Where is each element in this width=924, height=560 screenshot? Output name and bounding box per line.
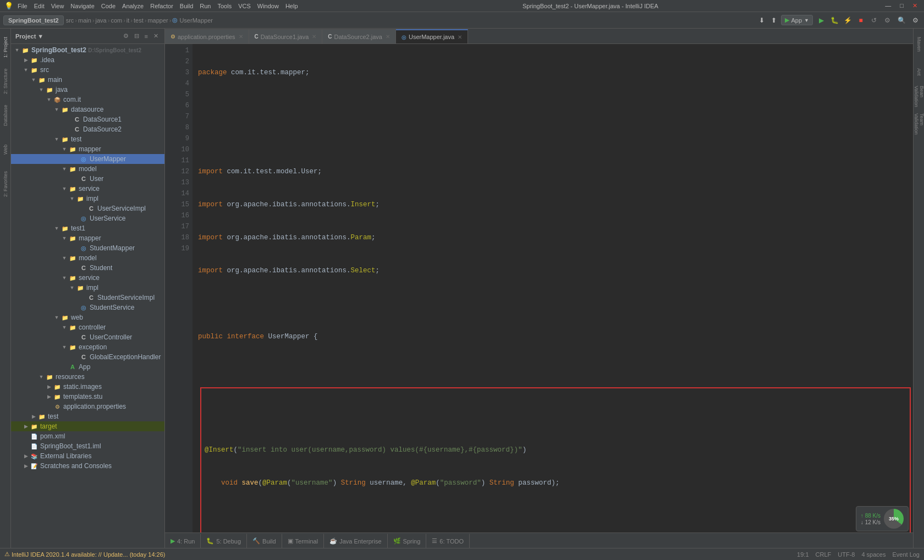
tree-idea[interactable]: ▶ 📁 .idea — [11, 55, 164, 65]
bc-src[interactable]: src — [66, 17, 74, 24]
tree-controller[interactable]: ▼ 📁 controller — [11, 322, 164, 332]
tree-impl1[interactable]: ▼ 📁 impl — [11, 283, 164, 293]
tree-comit[interactable]: ▼ 📦 com.it — [11, 95, 164, 105]
menu-file[interactable]: File — [18, 3, 28, 9]
menu-vcs[interactable]: VCS — [238, 3, 251, 9]
minimize-button[interactable]: — — [883, 2, 893, 9]
status-crlf[interactable]: CRLF — [816, 551, 832, 558]
tree-datasource2[interactable]: ▶ C DataSource2 — [11, 124, 164, 134]
tree-web[interactable]: ▼ 📁 web — [11, 312, 164, 322]
close-button[interactable]: ✕ — [910, 2, 920, 9]
tree-studentserviceimpl[interactable]: ▶ C StudentServiceImpl — [11, 293, 164, 303]
tree-userserviceimpl[interactable]: ▶ C UserServiceImpl — [11, 204, 164, 213]
tree-staticimages[interactable]: ▶ 📁 static.images — [11, 382, 164, 392]
bottom-tab-spring[interactable]: 🌿 Spring — [388, 534, 427, 548]
tree-model[interactable]: ▼ 📁 model — [11, 164, 164, 174]
sidebar-database-tab[interactable]: Database — [1, 99, 10, 132]
menu-refactor[interactable]: Refactor — [150, 3, 173, 9]
tree-pom[interactable]: ▶ 📄 pom.xml — [11, 431, 164, 441]
bottom-tab-javaee[interactable]: ☕ Java Enterprise — [324, 534, 387, 548]
menu-help[interactable]: Help — [285, 3, 298, 9]
bottom-tab-todo[interactable]: ☰ 6: TODO — [426, 534, 470, 548]
status-warning[interactable]: ⚠ IntelliJ IDEA 2020.1.4 available: // U… — [4, 551, 165, 558]
menu-bar[interactable]: File Edit View Navigate Code Analyze Ref… — [18, 3, 298, 9]
code-content[interactable]: package com.it.test.mapper; import com.i… — [193, 44, 913, 532]
tree-iml[interactable]: ▶ 📄 SpringBoot_test1.iml — [11, 441, 164, 451]
tree-usermapper[interactable]: ▶ ◎ UserMapper — [11, 154, 164, 164]
tree-service[interactable]: ▼ 📁 service — [11, 184, 164, 194]
window-controls[interactable]: — □ ✕ — [883, 2, 920, 9]
tree-appprops[interactable]: ▶ ⚙ application.properties — [11, 402, 164, 411]
tree-resources[interactable]: ▼ 📁 resources — [11, 372, 164, 382]
tree-exception[interactable]: ▼ 📁 exception — [11, 342, 164, 352]
coverage-button[interactable]: ⚡ — [842, 14, 854, 26]
menu-run[interactable]: Run — [200, 3, 211, 9]
panel-gear-icon[interactable]: ⚙ — [122, 32, 130, 40]
menu-window[interactable]: Window — [257, 3, 279, 9]
stop-button[interactable]: ■ — [855, 14, 867, 26]
tree-target[interactable]: ▶ 📁 target — [11, 421, 164, 431]
panel-settings-icon[interactable]: ≡ — [143, 32, 150, 40]
tree-mapper1[interactable]: ▼ 📁 mapper — [11, 233, 164, 243]
tree-templatesstu[interactable]: ▶ 📁 templates.stu — [11, 392, 164, 402]
tab-datasource2[interactable]: C DataSource2.java ✕ — [322, 29, 396, 43]
code-editor[interactable]: 1 2 3 4 5 6 7 8 9 10 11 12 13 14 15 16 1… — [165, 44, 913, 532]
tab-datasource1[interactable]: C DataSource1.java ✕ — [249, 29, 323, 43]
menu-edit[interactable]: Edit — [34, 3, 45, 9]
app-selector[interactable]: ▶ App ▼ — [781, 15, 813, 25]
tree-root[interactable]: ▼ 📁 SpringBoot_test2 D:\SpringBoot_test2 — [11, 45, 164, 55]
tree-datasource[interactable]: ▼ 📁 datasource — [11, 105, 164, 114]
tree-globalexception[interactable]: ▶ C GlobalExceptionHandler — [11, 352, 164, 362]
menu-navigate[interactable]: Navigate — [70, 3, 94, 9]
tree-student[interactable]: ▶ C Student — [11, 263, 164, 273]
bc-mapper[interactable]: mapper — [147, 17, 168, 24]
sidebar-web-tab[interactable]: Web — [1, 133, 10, 166]
bottom-tab-run[interactable]: ▶ 4: Run — [165, 534, 201, 548]
menu-tools[interactable]: Tools — [217, 3, 232, 9]
tab-close-ds2[interactable]: ✕ — [386, 34, 390, 40]
bottom-tab-build[interactable]: 🔨 Build — [247, 534, 282, 548]
tree-studentmapper[interactable]: ▶ ◎ StudentMapper — [11, 243, 164, 253]
settings-button[interactable]: ⚙ — [910, 15, 921, 25]
project-name-button[interactable]: SpringBoot_test2 — [3, 15, 64, 25]
tree-service1[interactable]: ▼ 📁 service — [11, 273, 164, 283]
panel-expand-icon[interactable]: ⊟ — [133, 32, 141, 40]
menu-build[interactable]: Build — [180, 3, 193, 9]
project-tree[interactable]: ▼ 📁 SpringBoot_test2 D:\SpringBoot_test2… — [11, 44, 164, 548]
tree-userservice[interactable]: ▶ ◎ UserService — [11, 213, 164, 223]
bc-main[interactable]: main — [78, 17, 91, 24]
tree-user[interactable]: ▶ C User — [11, 174, 164, 184]
tab-close-ds1[interactable]: ✕ — [312, 34, 316, 40]
bc-java[interactable]: java — [96, 17, 107, 24]
run-button[interactable]: ▶ — [815, 14, 827, 26]
menu-analyze[interactable]: Analyze — [122, 3, 144, 9]
tab-close-usermapper[interactable]: ✕ — [458, 34, 462, 40]
tree-app[interactable]: ▶ A App — [11, 362, 164, 372]
panel-close-icon[interactable]: ✕ — [152, 32, 160, 40]
tree-datasource1[interactable]: ▶ C DataSource1 — [11, 114, 164, 124]
bc-com[interactable]: com — [111, 17, 122, 24]
sidebar-favorites-tab[interactable]: 2: Favorites — [1, 167, 10, 200]
tree-test1[interactable]: ▼ 📁 test1 — [11, 223, 164, 233]
tab-app-properties[interactable]: ⚙ application.properties ✕ — [165, 29, 249, 43]
tree-scratch[interactable]: ▶ 📝 Scratches and Consoles — [11, 461, 164, 471]
tree-impl[interactable]: ▼ 📁 impl — [11, 194, 164, 204]
tree-extlibs[interactable]: ▶ 📚 External Libraries — [11, 451, 164, 461]
bottom-tab-debug[interactable]: 🐛 5: Debug — [201, 534, 247, 548]
tab-usermapper[interactable]: ◎ UserMapper.java ✕ — [396, 29, 468, 43]
git-update-button[interactable]: ⬇ — [757, 15, 767, 25]
status-encoding[interactable]: UTF-8 — [838, 551, 855, 558]
tree-studentservice[interactable]: ▶ ◎ StudentService — [11, 303, 164, 312]
tree-java[interactable]: ▼ 📁 java — [11, 85, 164, 95]
bc-test[interactable]: test — [134, 17, 144, 24]
git-push-button[interactable]: ⬆ — [769, 15, 779, 25]
reload-button[interactable]: ↺ — [868, 14, 880, 26]
tab-close-app-properties[interactable]: ✕ — [239, 34, 243, 40]
debug-button[interactable]: 🐛 — [828, 14, 840, 26]
tree-main[interactable]: ▼ 📁 main — [11, 75, 164, 85]
sidebar-team-validation-tab[interactable]: Team Validation — [914, 113, 924, 141]
sidebar-ant-tab[interactable]: Ant — [914, 58, 924, 86]
sidebar-bean-validation-tab[interactable]: Bean Validation — [914, 86, 924, 113]
status-event-log[interactable]: Event Log — [892, 551, 920, 558]
bc-it[interactable]: it — [127, 17, 130, 24]
